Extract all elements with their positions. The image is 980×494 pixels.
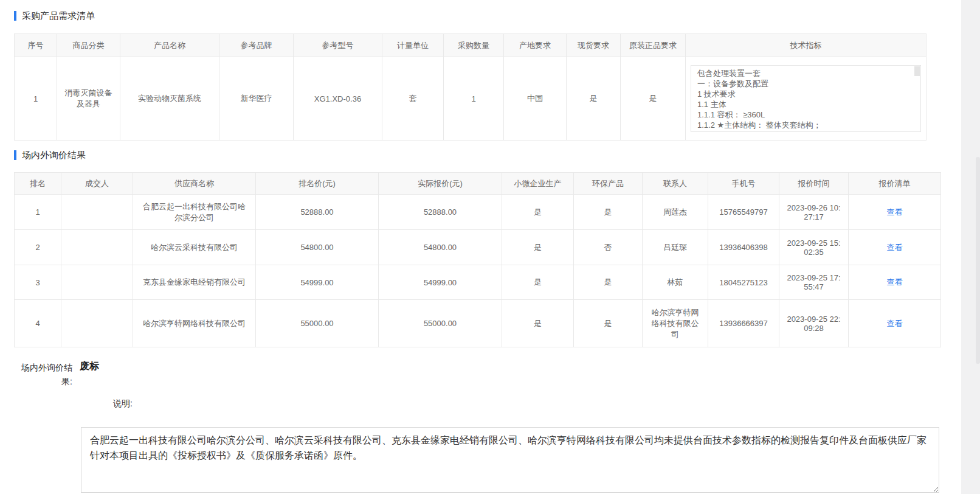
cell-eco-product: 是 — [574, 265, 643, 300]
demand-table-row: 1 消毒灭菌设备及器具 实验动物灭菌系统 新华医疗 XG1.XD-0.36 套 … — [15, 57, 927, 141]
tech-spec-line: 包含处理装置一套 — [697, 68, 914, 78]
cell-actual-price: 54800.00 — [379, 230, 502, 265]
column-header-rank-price: 排名价(元) — [256, 173, 379, 195]
cell-phone: 15765549797 — [708, 195, 779, 230]
cell-category: 消毒灭菌设备及器具 — [57, 57, 120, 141]
cell-seq: 1 — [15, 57, 57, 141]
tech-spec-line: 1.1.1 容积： ≥360L — [697, 110, 914, 120]
column-header-contact: 联系人 — [643, 173, 708, 195]
column-header-winner: 成交人 — [61, 173, 133, 195]
accent-bar-icon — [14, 150, 16, 160]
cell-quote-list: 查看 — [849, 265, 941, 300]
note-label: 说明: — [113, 398, 133, 409]
cell-rank: 4 — [15, 300, 61, 347]
cell-contact: 哈尔滨亨特网络科技有限公司 — [643, 300, 708, 347]
cell-eco-product: 是 — [574, 195, 643, 230]
cell-supplier: 克东县金缘家电经销有限公司 — [133, 265, 256, 300]
cell-quote-list: 查看 — [849, 195, 941, 230]
cell-rank-price: 54999.00 — [256, 265, 379, 300]
section-title-quote-results: 场内外询价结果 — [14, 150, 86, 160]
column-header-quote-time: 报价时间 — [779, 173, 849, 195]
page-scrollbar[interactable] — [976, 157, 980, 364]
inquiry-result-value: 废标 — [80, 360, 99, 373]
view-quote-link[interactable]: 查看 — [887, 207, 903, 217]
cell-rank-price: 52888.00 — [256, 195, 379, 230]
cell-phone: 13936666397 — [708, 300, 779, 347]
tech-spec-line: 一：设备参数及配置 — [697, 78, 914, 89]
column-header-phone: 手机号 — [708, 173, 779, 195]
column-header-category: 商品分类 — [57, 34, 120, 57]
cell-contact: 林茹 — [643, 265, 708, 300]
cell-quote-list: 查看 — [849, 300, 941, 347]
cell-rank: 2 — [15, 230, 61, 265]
cell-rank: 3 — [15, 265, 61, 300]
cell-small-enterprise: 是 — [502, 265, 574, 300]
cell-small-enterprise: 是 — [502, 195, 574, 230]
cell-contact: 吕廷琛 — [643, 230, 708, 265]
column-header-product-name: 产品名称 — [120, 34, 219, 57]
scrollbar-thumb[interactable] — [914, 66, 920, 76]
cell-quote-time: 2023-09-25 22:09:28 — [779, 300, 849, 347]
cell-actual-price: 52888.00 — [379, 195, 502, 230]
column-header-small-enterprise: 小微企业生产 — [502, 173, 574, 195]
tech-spec-line: 1.1.3 ★焊接工艺： 等离子焊接 — [697, 130, 914, 132]
demand-table-header-row: 序号 商品分类 产品名称 参考品牌 参考型号 计量单位 采购数量 产地要求 现货… — [15, 34, 927, 57]
column-header-quantity: 采购数量 — [444, 34, 504, 57]
quote-table-header-row: 排名 成交人 供应商名称 排名价(元) 实际报价(元) 小微企业生产 环保产品 … — [15, 173, 941, 195]
cell-rank: 1 — [15, 195, 61, 230]
cell-small-enterprise: 是 — [502, 300, 574, 347]
column-header-eco-product: 环保产品 — [574, 173, 643, 195]
cell-quote-time: 2023-09-25 15:02:35 — [779, 230, 849, 265]
column-header-unit: 计量单位 — [382, 34, 444, 57]
quote-result-table: 排名 成交人 供应商名称 排名价(元) 实际报价(元) 小微企业生产 环保产品 … — [14, 172, 941, 347]
view-quote-link[interactable]: 查看 — [887, 243, 903, 252]
cell-winner — [61, 230, 133, 265]
cell-product-name: 实验动物灭菌系统 — [120, 57, 219, 141]
column-header-model: 参考型号 — [294, 34, 382, 57]
cell-genuine: 是 — [621, 57, 686, 141]
cell-supplier: 哈尔滨亨特网络科技有限公司 — [133, 300, 256, 347]
tech-spec-line: 1.1 主体 — [697, 99, 914, 110]
tech-spec-line: 1.1.2 ★主体结构： 整体夹套结构； — [697, 120, 914, 130]
view-quote-link[interactable]: 查看 — [887, 277, 903, 287]
cell-quantity: 1 — [444, 57, 504, 141]
quote-table-row: 2 哈尔滨云采科技有限公司 54800.00 54800.00 是 否 吕廷琛 … — [15, 230, 941, 265]
cell-unit: 套 — [382, 57, 444, 141]
section-title-text: 场内外询价结果 — [22, 150, 86, 160]
cell-quote-time: 2023-09-25 17:55:47 — [779, 265, 849, 300]
cell-quote-list: 查看 — [849, 230, 941, 265]
column-header-origin: 产地要求 — [504, 34, 567, 57]
column-header-brand: 参考品牌 — [219, 34, 294, 57]
section-title-demand-list: 采购产品需求清单 — [14, 10, 95, 21]
quote-table-row: 4 哈尔滨亨特网络科技有限公司 55000.00 55000.00 是 是 哈尔… — [15, 300, 941, 347]
column-header-genuine: 原装正品要求 — [621, 34, 686, 57]
quote-table-row: 3 克东县金缘家电经销有限公司 54999.00 54999.00 是 是 林茹… — [15, 265, 941, 300]
cell-supplier: 哈尔滨云采科技有限公司 — [133, 230, 256, 265]
column-header-rank: 排名 — [15, 173, 61, 195]
cell-winner — [61, 300, 133, 347]
cell-supplier: 合肥云起一出科技有限公司哈尔滨分公司 — [133, 195, 256, 230]
cell-phone: 18045275123 — [708, 265, 779, 300]
cell-contact: 周莲杰 — [643, 195, 708, 230]
demand-table: 序号 商品分类 产品名称 参考品牌 参考型号 计量单位 采购数量 产地要求 现货… — [14, 33, 927, 141]
column-header-supplier: 供应商名称 — [133, 173, 256, 195]
tech-spec-scrollbox[interactable]: 包含处理装置一套 一：设备参数及配置 1 技术要求 1.1 主体 1.1.1 容… — [691, 65, 921, 132]
cell-winner — [61, 195, 133, 230]
cell-rank-price: 54800.00 — [256, 230, 379, 265]
quote-table-row: 1 合肥云起一出科技有限公司哈尔滨分公司 52888.00 52888.00 是… — [15, 195, 941, 230]
cell-actual-price: 54999.00 — [379, 265, 502, 300]
cell-rank-price: 55000.00 — [256, 300, 379, 347]
cell-eco-product: 是 — [574, 300, 643, 347]
note-textarea[interactable]: 合肥云起一出科技有限公司哈尔滨分公司、哈尔滨云采科技有限公司、克东县金缘家电经销… — [81, 427, 939, 493]
cell-actual-price: 55000.00 — [379, 300, 502, 347]
column-header-in-stock: 现货要求 — [567, 34, 621, 57]
view-quote-link[interactable]: 查看 — [887, 319, 903, 328]
cell-brand: 新华医疗 — [219, 57, 294, 141]
cell-model: XG1.XD-0.36 — [294, 57, 382, 141]
column-header-actual-price: 实际报价(元) — [379, 173, 502, 195]
cell-winner — [61, 265, 133, 300]
cell-small-enterprise: 是 — [502, 230, 574, 265]
cell-tech-spec: 包含处理装置一套 一：设备参数及配置 1 技术要求 1.1 主体 1.1.1 容… — [686, 57, 927, 141]
column-header-tech-spec: 技术指标 — [686, 34, 927, 57]
cell-eco-product: 否 — [574, 230, 643, 265]
